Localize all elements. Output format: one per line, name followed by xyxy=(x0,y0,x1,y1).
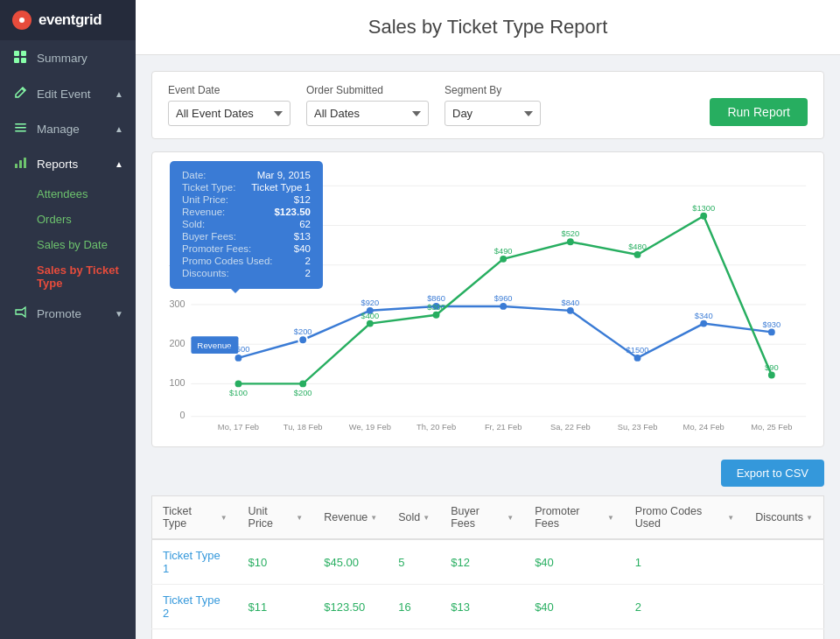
row1-sold: 5 xyxy=(388,539,440,585)
svg-text:Mo, 24 Feb: Mo, 24 Feb xyxy=(683,423,724,432)
row1-buyer-fees: $12 xyxy=(440,539,524,585)
logo: eventgrid xyxy=(0,0,136,40)
segment-by-filter: Segment By Day xyxy=(444,84,541,126)
ticket-type-2-link[interactable]: Ticket Type 2 xyxy=(152,585,238,629)
tooltip-promoter-fees-value: $40 xyxy=(294,243,311,254)
order-submitted-select[interactable]: All Dates xyxy=(306,101,429,126)
segment-by-label: Segment By xyxy=(444,84,541,96)
svg-text:$1300: $1300 xyxy=(692,204,715,213)
total-unit-price: $21 xyxy=(238,629,314,640)
tooltip-sold-value: 62 xyxy=(299,219,311,229)
th-unit-price[interactable]: Unit Price xyxy=(238,496,314,540)
sidebar-item-edit-event-label: Edit Event xyxy=(37,88,91,101)
svg-text:$480: $480 xyxy=(628,242,647,251)
svg-point-47 xyxy=(367,320,374,327)
sidebar-item-manage[interactable]: Manage ▲ xyxy=(0,111,136,146)
tooltip-unit-price-row: Unit Price: $12 xyxy=(182,194,311,205)
svg-point-33 xyxy=(634,355,641,362)
svg-text:300: 300 xyxy=(170,298,186,309)
svg-text:$200: $200 xyxy=(294,389,312,397)
export-csv-button[interactable]: Export to CSV xyxy=(721,460,824,487)
tooltip-buyer-fees-value: $13 xyxy=(294,231,311,242)
svg-point-46 xyxy=(299,380,306,387)
order-submitted-filter: Order Submitted All Dates xyxy=(306,84,429,126)
chart-tooltip: Date: Mar 9, 2015 Ticket Type: Ticket Ty… xyxy=(170,161,323,289)
svg-text:$300: $300 xyxy=(427,303,445,312)
sidebar-item-promote-label: Promote xyxy=(37,307,81,320)
svg-text:Fr, 21 Feb: Fr, 21 Feb xyxy=(485,423,522,432)
sidebar-item-edit-event[interactable]: Edit Event ▲ xyxy=(0,76,136,111)
edit-icon xyxy=(12,86,28,102)
sidebar: eventgrid Summary Edit Event ▲ Manage ▲ … xyxy=(0,0,136,639)
tooltip-date-value: Mar 9, 2015 xyxy=(257,170,311,180)
sidebar-sub-sales-by-ticket-type[interactable]: Sales by Ticket Type xyxy=(37,257,136,296)
run-report-button[interactable]: Run Report xyxy=(710,98,808,126)
th-promoter-fees[interactable]: Promoter Fees xyxy=(524,496,625,540)
row1-revenue: $45.00 xyxy=(313,539,388,585)
sidebar-sub-orders[interactable]: Orders xyxy=(37,207,136,232)
ticket-type-1-link[interactable]: Ticket Type 1 xyxy=(152,539,238,585)
total-label: Total xyxy=(152,629,238,640)
row1-promoter-fees: $40 xyxy=(524,539,625,585)
sidebar-item-reports[interactable]: Reports ▲ xyxy=(0,146,136,181)
main-content: Sales by Ticket Type Report Event Date A… xyxy=(136,0,840,639)
promote-arrow: ▼ xyxy=(115,309,123,319)
row2-sold: 16 xyxy=(388,585,440,629)
svg-rect-8 xyxy=(15,164,18,168)
tooltip-date-row: Date: Mar 9, 2015 xyxy=(182,170,311,180)
svg-point-52 xyxy=(700,213,707,220)
tooltip-sold-label: Sold: xyxy=(182,219,205,229)
total-sold: 31 xyxy=(388,629,440,640)
svg-text:$1500: $1500 xyxy=(626,346,649,355)
svg-text:$960: $960 xyxy=(494,294,513,303)
svg-text:$840: $840 xyxy=(561,298,579,307)
svg-text:$1500: $1500 xyxy=(227,345,249,354)
svg-text:Th, 20 Feb: Th, 20 Feb xyxy=(416,423,456,432)
total-revenue: $168.50 xyxy=(313,629,388,640)
svg-rect-9 xyxy=(19,160,22,168)
svg-text:100: 100 xyxy=(170,377,186,388)
svg-text:$490: $490 xyxy=(494,247,513,256)
sidebar-item-promote[interactable]: Promote ▼ xyxy=(0,296,136,331)
content-area: Event Date All Event Dates Order Submitt… xyxy=(136,55,840,639)
th-discounts[interactable]: Discounts xyxy=(745,496,823,540)
sidebar-sub-sales-by-date[interactable]: Sales by Date xyxy=(37,232,136,257)
svg-point-27 xyxy=(235,355,242,362)
th-sold[interactable]: Sold xyxy=(388,496,440,540)
promote-icon xyxy=(12,305,28,321)
svg-point-50 xyxy=(567,238,574,245)
page-title: Sales by Ticket Type Report xyxy=(162,16,814,39)
tooltip-promo-codes-row: Promo Codes Used: 2 xyxy=(182,256,311,266)
th-ticket-type[interactable]: Ticket Type xyxy=(152,496,238,540)
sidebar-item-summary-label: Summary xyxy=(37,52,88,65)
th-revenue[interactable]: Revenue xyxy=(313,496,388,540)
svg-text:Su, 23 Feb: Su, 23 Feb xyxy=(618,423,658,432)
svg-text:$860: $860 xyxy=(427,294,445,303)
row1-promo-codes: 1 xyxy=(625,539,745,585)
manage-icon xyxy=(12,121,28,137)
sidebar-sub-attendees[interactable]: Attendees xyxy=(37,181,136,207)
svg-text:Tu, 18 Feb: Tu, 18 Feb xyxy=(284,423,323,432)
svg-text:0: 0 xyxy=(180,410,186,420)
svg-rect-1 xyxy=(14,51,19,56)
th-promo-codes-used[interactable]: Promo Codes Used xyxy=(625,496,745,540)
sidebar-item-summary[interactable]: Summary xyxy=(0,40,136,76)
tooltip-revenue-row: Revenue: $123.50 xyxy=(182,207,311,217)
total-row: Total $21 $168.50 31 $25 $80 3 xyxy=(152,629,824,640)
tooltip-promoter-fees-label: Promoter Fees: xyxy=(182,243,251,254)
svg-text:Mo, 25 Feb: Mo, 25 Feb xyxy=(751,423,792,432)
svg-rect-7 xyxy=(15,130,26,132)
tooltip-buyer-fees-row: Buyer Fees: $13 xyxy=(182,231,311,242)
total-promo-codes: 3 xyxy=(625,629,745,640)
event-date-label: Event Date xyxy=(168,84,290,96)
segment-by-select[interactable]: Day xyxy=(444,101,541,126)
sidebar-item-manage-label: Manage xyxy=(37,123,80,136)
svg-point-32 xyxy=(567,307,574,314)
event-date-select[interactable]: All Event Dates xyxy=(168,101,290,126)
table-header-row: Ticket Type Unit Price Revenue Sold Buye… xyxy=(152,496,824,540)
tooltip-revenue-value: $123.50 xyxy=(274,207,311,217)
export-row: Export to CSV xyxy=(151,460,824,487)
th-buyer-fees[interactable]: Buyer Fees xyxy=(440,496,524,540)
svg-point-31 xyxy=(500,303,507,310)
svg-rect-5 xyxy=(15,123,26,125)
